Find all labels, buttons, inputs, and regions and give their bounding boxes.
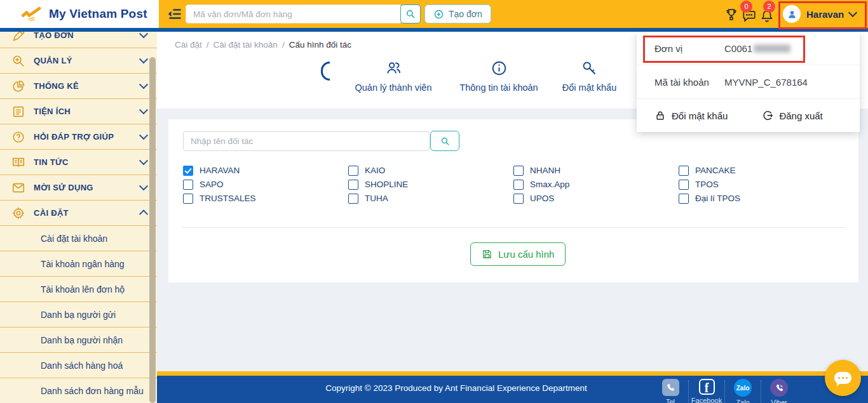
viber-icon [770, 379, 788, 397]
partner-search-button[interactable] [430, 131, 459, 151]
vietnam-post-logo-icon [22, 6, 42, 22]
logout-button[interactable]: Đăng xuất [762, 110, 822, 121]
phone-icon [662, 379, 679, 396]
app-logo[interactable]: My Vietnam Post [0, 0, 159, 28]
unit-row: Đơn vị C0061 [637, 32, 860, 65]
partner-checkbox-dai-li-tpos[interactable]: Đại lí TPOS [679, 194, 844, 203]
footer-accent-strip [157, 371, 868, 376]
info-icon [491, 60, 508, 77]
sidebar-item-tin-tuc[interactable]: TIN TỨC [0, 150, 157, 175]
breadcrumb: Cài đặt / Cài đặt tài khoản / Cấu hình đ… [175, 40, 351, 50]
sidebar-subitem-danh-ba-nguoi-nhan[interactable]: Danh bạ người nhận [0, 327, 157, 353]
partner-checkbox-tpos[interactable]: TPOS [679, 180, 844, 189]
checkbox-icon [679, 180, 689, 190]
sidebar-item-tien-ich[interactable]: TIỆN ÍCH [0, 99, 157, 124]
partner-checkbox-sapo[interactable]: SAPO [183, 180, 348, 189]
sidebar-item-cai-dat[interactable]: CÀI ĐẶT [0, 201, 157, 226]
pie-chart-icon [11, 79, 25, 93]
sidebar-item-hoi-dap[interactable]: HỎI ĐÁP TRỢ GIÚP [0, 124, 157, 150]
chat-badge: 0 [740, 1, 752, 13]
chevron-down-icon [139, 32, 148, 38]
chat-fab-button[interactable] [825, 360, 861, 396]
partner-search-input[interactable] [183, 131, 430, 151]
search-icon [440, 136, 451, 147]
chevron-down-icon [139, 80, 148, 89]
partner-checkbox-nhanh[interactable]: NHANH [513, 166, 679, 175]
header-search-button[interactable] [400, 4, 421, 23]
notification-badge: 2 [763, 1, 775, 13]
user-dropdown-menu: Đơn vị C0061 Mã tài khoản MYVNP_C_678164… [637, 32, 860, 132]
menu-fold-icon[interactable] [167, 6, 182, 22]
panel-divider [181, 227, 846, 228]
facebook-icon: f [699, 379, 715, 395]
unit-value: C0061 [724, 43, 752, 54]
lock-icon [654, 110, 666, 121]
partner-checkbox-pancake[interactable]: PANCAKE [679, 166, 844, 175]
key-icon [581, 60, 598, 77]
sidebar-subitem-tai-khoan-len-don-ho[interactable]: Tài khoản lên đơn hộ [0, 277, 157, 302]
tab-thong-tin-tai-khoan[interactable]: Thông tin tài khoản [448, 57, 550, 93]
footer-social-links: Tel f Facebook Zalo Zalo Viber [653, 377, 797, 403]
pen-icon [11, 32, 25, 43]
zalo-link[interactable]: Zalo Zalo [725, 377, 761, 403]
breadcrumb-item[interactable]: Cài đặt tài khoản [214, 40, 278, 50]
account-code-value: MYVNP_C_678164 [724, 77, 808, 88]
partner-grid: HARAVAN SAPO TRUSTSALES KAIO SHOPLINE [183, 166, 844, 203]
news-icon [11, 155, 25, 169]
chevron-down-icon [139, 55, 148, 63]
app-header: My Vietnam Post Tạo đơn [0, 0, 868, 28]
chevron-down-icon [139, 182, 148, 190]
sidebar-item-thong-ke[interactable]: THỐNG KÊ [0, 74, 157, 99]
partner-checkbox-smax-app[interactable]: Smax.App [513, 180, 679, 189]
chevron-down-icon [139, 156, 148, 165]
breadcrumb-item[interactable]: Cài đặt [175, 40, 202, 50]
checkbox-icon [348, 180, 358, 190]
facebook-link[interactable]: f Facebook [689, 377, 724, 403]
tel-link[interactable]: Tel [653, 377, 688, 403]
create-order-label: Tạo đơn [449, 9, 482, 19]
chevron-down-icon [848, 8, 857, 17]
copyright-text: Copyright © 2023 Produced by Ant Financi… [266, 383, 647, 393]
sidebar-subitem-danh-sach-don-hang-mau[interactable]: Danh sách đơn hàng mẫu [0, 378, 157, 403]
chevron-up-icon [139, 209, 148, 218]
search-icon [405, 8, 416, 20]
checkbox-icon [183, 180, 193, 190]
sidebar-item-tao-don[interactable]: TẠO ĐƠN [0, 32, 157, 48]
change-password-button[interactable]: Đổi mật khẩu [654, 110, 728, 121]
partner-checkbox-trustsales[interactable]: TRUSTSALES [183, 194, 348, 203]
tab-doi-mat-khau[interactable]: Đổi mật khẩu [550, 57, 629, 93]
avatar [783, 5, 801, 23]
chevron-down-icon [139, 131, 148, 140]
tracking-search-input[interactable] [186, 4, 402, 23]
checkbox-icon [679, 166, 689, 176]
checkbox-icon [183, 194, 193, 204]
save-config-button[interactable]: Lưu cấu hình [470, 242, 566, 266]
partner-checkbox-tuha[interactable]: TUHA [348, 194, 513, 203]
checkbox-icon [513, 166, 524, 176]
sidebar-subitem-danh-ba-nguoi-gui[interactable]: Danh bạ người gửi [0, 302, 157, 327]
checkbox-icon [348, 194, 358, 204]
partner-checkbox-kaio[interactable]: KAIO [348, 166, 513, 175]
chat-bubble-icon [834, 372, 851, 384]
footer: Copyright © 2023 Produced by Ant Financi… [157, 376, 868, 403]
partner-checkbox-upos[interactable]: UPOS [513, 194, 679, 203]
viber-link[interactable]: Viber [761, 377, 797, 403]
sidebar-subitem-cai-dat-tai-khoan[interactable]: Cài đặt tài khoản [0, 226, 157, 251]
partner-checkbox-haravan[interactable]: HARAVAN [183, 166, 348, 175]
sidebar-subitem-tai-khoan-ngan-hang[interactable]: Tài khoản ngân hàng [0, 251, 157, 277]
trophy-icon[interactable] [724, 8, 738, 22]
partner-checkbox-shopline[interactable]: SHOPLINE [348, 180, 513, 189]
sidebar-item-moi-su-dung[interactable]: MỜI SỬ DỤNG [0, 175, 157, 201]
sidebar-subitem-danh-sach-hang-hoa[interactable]: Danh sách hàng hoá [0, 353, 157, 378]
partial-scrolled-tab-icon [321, 62, 330, 81]
checkbox-icon [679, 194, 689, 204]
breadcrumb-current: Cấu hình đối tác [289, 40, 351, 50]
account-code-row: Mã tài khoản MYVNP_C_678164 [637, 65, 860, 99]
sidebar-scrollbar[interactable] [149, 57, 156, 403]
user-menu-button[interactable]: Haravan [783, 4, 856, 24]
tab-quan-ly-thanh-vien[interactable]: Quản lý thành viên [339, 57, 448, 93]
create-order-button[interactable]: Tạo đơn [424, 4, 491, 23]
checkbox-icon [348, 166, 358, 176]
sidebar-item-quan-ly[interactable]: QUẢN LÝ [0, 48, 157, 74]
save-icon [482, 249, 492, 260]
